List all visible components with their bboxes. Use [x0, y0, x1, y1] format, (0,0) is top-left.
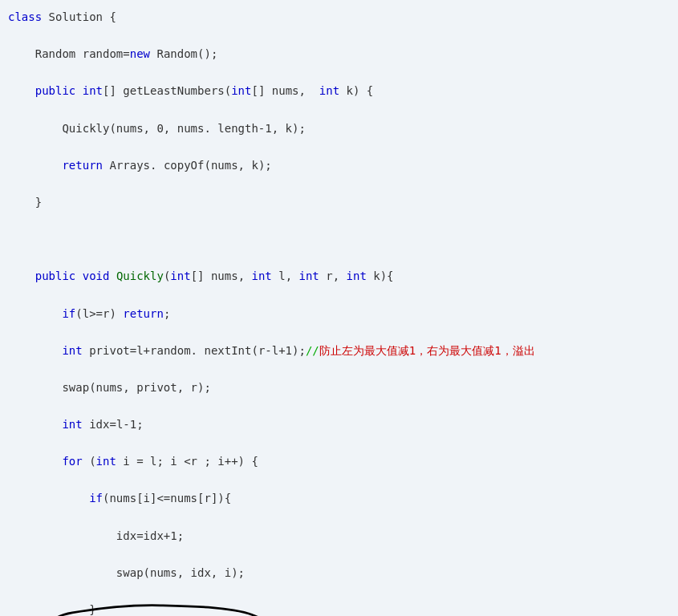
line-1: class Solution {	[8, 8, 670, 26]
line-9: public void Quickly(int[] nums, int l, i…	[8, 267, 670, 286]
line-15: if(nums[i]<=nums[r]){	[8, 489, 670, 508]
line-5: return Arrays. copyOf(nums, k);	[8, 156, 670, 175]
line-2: Random random=new Random();	[8, 45, 670, 63]
line-16: idx=idx+1;	[8, 527, 670, 545]
line-18: }	[8, 601, 670, 616]
code-content: class Solution { Random random=new Rando…	[8, 8, 670, 616]
line-6: }	[8, 193, 670, 212]
line-3: public int[] getLeastNumbers(int[] nums,…	[8, 82, 670, 100]
line-14: for (int i = l; i <r ; i++) {	[8, 452, 670, 471]
line-4: Quickly(nums, 0, nums. length-1, k);	[8, 120, 670, 138]
line-11: int privot=l+random. nextInt(r-l+1);//防止…	[8, 342, 670, 360]
line-17: swap(nums, idx, i);	[8, 564, 670, 582]
line-12: swap(nums, privot, r);	[8, 379, 670, 397]
code-pre: class Solution { Random random=new Rando…	[8, 8, 670, 616]
line-10: if(l>=r) return;	[8, 305, 670, 323]
line-13: int idx=l-1;	[8, 415, 670, 434]
code-editor: class Solution { Random random=new Rando…	[0, 0, 678, 616]
